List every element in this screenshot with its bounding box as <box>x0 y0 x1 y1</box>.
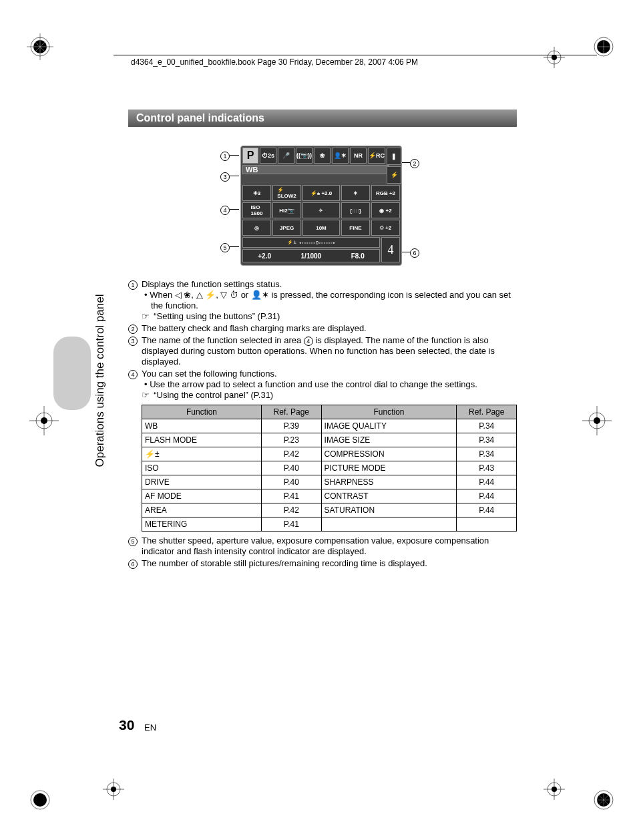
table-row: AREAP.42SATURATIONP.44 <box>142 503 517 517</box>
table-row: ISOP.40PICTURE MODEP.43 <box>142 461 517 475</box>
th: Function <box>142 405 262 419</box>
list-text: The battery check and flash charging mar… <box>142 323 517 334</box>
svg-point-39 <box>111 787 116 792</box>
list-text: Displays the function settings status. <box>142 279 517 290</box>
panel-cell: JPEG <box>272 220 301 236</box>
function-table: Function Ref. Page Function Ref. Page WB… <box>142 405 517 532</box>
list-item: 5 The shutter speed, aperture value, exp… <box>128 536 517 557</box>
list-item: 2 The battery check and flash charging m… <box>128 323 517 334</box>
callout-1: 1 <box>220 150 230 161</box>
list-text: The name of the function selected in are… <box>142 335 517 367</box>
panel-cell: Hi2📷 <box>272 202 301 218</box>
panel-cell: © +2 <box>371 220 400 236</box>
control-panel-figure: P ⏱2s 🎤 ((📷)) ❀ 👤✶ NR ⚡RC WB ❚ ⚡ ☀3 ⚡ SL… <box>240 146 402 266</box>
exposure-indicator: ⚡±▪▫▫▫▫▫▫0▫▫▫▫▫▫▪ <box>242 237 380 248</box>
callout-3: 3 <box>220 171 230 182</box>
panel-cell: ◎ <box>242 220 271 236</box>
svg-point-31 <box>552 55 557 60</box>
panel-cell: ◉ +2 <box>371 202 400 218</box>
callout-line <box>401 162 410 163</box>
svg-point-23 <box>41 417 47 424</box>
status-values: +2.0 1/1000 F8.0 <box>242 249 380 262</box>
panel-icon: NR <box>350 148 367 164</box>
callout-line <box>401 252 410 252</box>
panel-cell: ☀3 <box>242 185 271 201</box>
panel-cell: [::::] <box>341 202 370 218</box>
page-lang: EN <box>144 722 156 732</box>
target-icon <box>100 776 127 803</box>
panel-cell: ISO 1600 <box>242 202 271 218</box>
th: Ref. Page <box>457 405 517 419</box>
battery-icon: ❚ <box>387 148 401 165</box>
callout-line <box>230 246 239 247</box>
list-item: 3 The name of the function selected in a… <box>128 335 517 367</box>
crop-mark-icon <box>27 33 67 73</box>
list-sub: • Use the arrow pad to select a function… <box>142 379 517 390</box>
panel-icon: ⚡RC <box>368 148 385 164</box>
panel-icon: ⏱2s <box>260 148 276 164</box>
panel-cell: ⚡ SLOW2 <box>272 185 301 201</box>
panel-icon: ((📷)) <box>296 148 312 164</box>
table-row: WBP.39IMAGE QUALITYP.34 <box>142 419 517 433</box>
panel-cell: ✧ <box>302 202 340 218</box>
list-item: 4 You can set the following functions. •… <box>128 369 517 532</box>
flash-charge-icon: ⚡ <box>387 166 401 184</box>
target-icon <box>541 776 568 803</box>
th: Function <box>321 405 457 419</box>
panel-icon: 🎤 <box>278 148 294 164</box>
list-item: 6 The number of storable still pictures/… <box>128 558 517 569</box>
callout-line <box>230 209 239 210</box>
panel-icon: 👤✶ <box>332 148 349 164</box>
table-row: METERINGP.41 <box>142 517 517 532</box>
table-row: FLASH MODEP.23IMAGE SIZEP.34 <box>142 433 517 447</box>
list-text: The shutter speed, aperture value, expos… <box>142 536 517 557</box>
crop-mark-icon <box>27 773 67 813</box>
svg-point-13 <box>33 793 47 807</box>
callout-5: 5 <box>220 242 230 252</box>
function-name-bar: WB <box>242 165 389 174</box>
panel-cell: ⚡± +2.0 <box>302 185 340 201</box>
panel-icon: ❀ <box>314 148 331 164</box>
shots-remaining: 4 <box>381 237 400 262</box>
mode-indicator: P <box>242 148 258 164</box>
callout-line <box>230 176 239 176</box>
header-rule <box>114 55 597 55</box>
side-chapter-label: Operations using the control panel <box>93 207 107 381</box>
list-item: 1 Displays the function settings status.… <box>128 279 517 322</box>
crop-mark-icon <box>577 33 617 73</box>
table-row: AF MODEP.41CONTRASTP.44 <box>142 489 517 503</box>
list-text: The number of storable still pictures/re… <box>142 558 517 569</box>
panel-cell: ✶ <box>341 185 370 201</box>
panel-cell: 10M <box>302 220 340 236</box>
callout-6: 6 <box>410 247 419 258</box>
target-icon <box>24 401 64 441</box>
crop-mark-icon <box>577 773 617 813</box>
list-sub: • When ◁ ❀, △ ⚡, ▽ ⏱ or 👤✶ is pressed, t… <box>142 290 517 311</box>
list-ref: ☞ “Using the control panel” (P.31) <box>142 390 517 401</box>
section-heading: Control panel indications <box>128 110 517 127</box>
callout-2: 2 <box>410 158 419 168</box>
panel-cell: FINE <box>341 220 370 236</box>
th: Ref. Page <box>262 405 322 419</box>
target-icon <box>577 401 617 441</box>
svg-point-27 <box>594 417 600 424</box>
panel-cell: RGB +2 <box>371 185 400 201</box>
svg-point-35 <box>552 787 557 792</box>
thumb-tab <box>53 337 91 410</box>
list-text: You can set the following functions. <box>142 369 517 379</box>
page-number: 30 <box>119 717 134 733</box>
table-row: DRIVEP.40SHARPNESSP.44 <box>142 475 517 489</box>
header-path: d4364_e_00_unified_bookfile.book Page 30… <box>131 57 418 67</box>
callout-line <box>230 155 239 156</box>
list-ref: ☞ “Setting using the buttons” (P.31) <box>142 311 517 322</box>
table-row: ⚡±P.42COMPRESSIONP.34 <box>142 447 517 461</box>
callout-4: 4 <box>220 204 230 215</box>
target-icon <box>541 44 568 71</box>
